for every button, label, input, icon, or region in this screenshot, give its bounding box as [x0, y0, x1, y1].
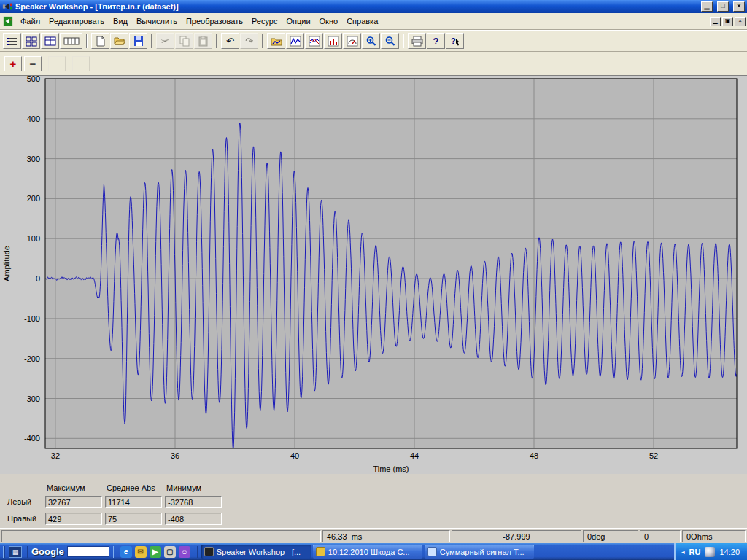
redo-button[interactable]: ↷	[240, 33, 258, 49]
taskbar-grip[interactable]	[113, 546, 115, 558]
language-indicator[interactable]: RU	[689, 548, 701, 556]
svg-text:-400: -400	[24, 434, 40, 443]
zoom-in-button[interactable]	[362, 33, 380, 49]
zoom-out-button[interactable]	[381, 33, 399, 49]
svg-text:0: 0	[36, 274, 40, 283]
stats-row-label-2: Правый	[6, 514, 42, 523]
svg-text:48: 48	[530, 451, 538, 460]
remove-point-button[interactable]: −	[24, 56, 42, 71]
svg-text:300: 300	[27, 155, 40, 163]
taskbar-button-3[interactable]: Суммарный сигнал Т...	[425, 545, 534, 559]
messenger-icon[interactable]: ☺	[179, 546, 190, 558]
stats-header-1: Максимум	[45, 483, 102, 492]
tray-chevron-icon[interactable]: ◂	[681, 548, 685, 556]
taskbar-grip[interactable]	[3, 546, 5, 558]
chart-line-button[interactable]	[286, 33, 304, 49]
task-button-icon	[316, 547, 325, 556]
toolbar-separator	[216, 34, 217, 48]
media-player-icon[interactable]: ▶	[150, 546, 161, 558]
svg-text:?: ?	[451, 36, 456, 45]
waveform-plot: 5004003002001000-100-200-300-40032364044…	[0, 76, 747, 474]
disabled-button	[48, 56, 66, 71]
taskbar-button-2[interactable]: 10.12.2010 Шкода С...	[313, 545, 422, 559]
quick-launch: e ✉ ▶ ▢ ☺	[120, 546, 190, 558]
copy-button[interactable]	[175, 33, 193, 49]
svg-text:400: 400	[27, 114, 40, 123]
print-button[interactable]	[408, 33, 426, 49]
status-field-1	[1, 530, 321, 542]
add-point-button[interactable]: +	[4, 56, 22, 71]
view-table-button[interactable]	[41, 33, 59, 49]
menu-item-3[interactable]: Вид	[109, 15, 132, 28]
stats-table: МаксимумСреднее AbsМинимумЛевый327671171…	[6, 478, 747, 526]
menu-item-5[interactable]: Преобразовать	[182, 15, 247, 28]
title-bar: Speaker Workshop - [Твитер.in.r (dataset…	[0, 0, 747, 13]
menu-items: ФайлРедактироватьВидВычислитьПреобразова…	[16, 15, 382, 28]
stats-value-r1-c3: -32768	[165, 496, 222, 508]
view-keys-button[interactable]	[60, 33, 82, 49]
window-title: Speaker Workshop - [Твитер.in.r (dataset…	[15, 2, 697, 11]
import-chart-button[interactable]	[267, 33, 285, 49]
main-toolbar: ✂ ↶ ↷ ? ?	[0, 30, 747, 52]
mdi-minimize-button[interactable]: ▁	[710, 17, 721, 26]
svg-text:500: 500	[27, 76, 40, 83]
menu-item-8[interactable]: Окно	[315, 15, 343, 28]
stats-value-r1-c2: 11714	[105, 496, 162, 508]
chart-bars-button[interactable]	[324, 33, 342, 49]
svg-text:100: 100	[27, 234, 40, 243]
maximize-button[interactable]: □	[717, 1, 729, 12]
task-button-label: Суммарный сигнал Т...	[440, 548, 525, 556]
svg-text:-300: -300	[24, 394, 40, 403]
menu-item-9[interactable]: Справка	[342, 15, 382, 28]
show-desktop-icon[interactable]: ▢	[164, 546, 176, 558]
open-file-button[interactable]	[110, 33, 128, 49]
mail-icon[interactable]: ✉	[135, 546, 147, 558]
redo-icon: ↷	[245, 36, 253, 46]
meter-button[interactable]	[343, 33, 361, 49]
toolbar-separator	[86, 34, 88, 48]
chart-multi-button[interactable]	[305, 33, 323, 49]
status-field-4: 0deg	[583, 530, 638, 542]
status-field-3: -87.999	[452, 530, 581, 542]
svg-text:Time (ms): Time (ms)	[373, 464, 409, 473]
edit-toolbar: + −	[0, 52, 747, 75]
save-button[interactable]	[129, 33, 147, 49]
desktop-toolbar-icon[interactable]: ▦	[9, 546, 22, 558]
google-search-input[interactable]	[67, 546, 109, 557]
menu-item-2[interactable]: Редактировать	[44, 15, 109, 28]
internet-explorer-icon[interactable]: e	[120, 546, 132, 558]
minimize-button[interactable]: ▁	[701, 1, 713, 12]
view-summary-button[interactable]	[3, 33, 21, 49]
menu-item-1[interactable]: Файл	[16, 15, 44, 28]
toolbar-separator	[403, 34, 404, 48]
mdi-restore-button[interactable]: ▣	[722, 17, 733, 26]
new-file-button[interactable]	[91, 33, 109, 49]
svg-text:-200: -200	[24, 354, 40, 363]
taskbar: ▦ Google e ✉ ▶ ▢ ☺ Speaker Workshop - [.…	[0, 543, 747, 560]
paste-button[interactable]	[194, 33, 212, 49]
document-icon	[3, 16, 13, 26]
google-deskbar: Google	[31, 546, 109, 557]
context-help-button[interactable]: ?	[446, 33, 464, 49]
stats-value-r2-c3: -408	[165, 513, 222, 525]
taskbar-grip[interactable]	[26, 546, 28, 558]
taskbar-button-1[interactable]: Speaker Workshop - [...	[201, 545, 311, 559]
task-button-label: 10.12.2010 Шкода С...	[328, 548, 410, 556]
svg-text:52: 52	[649, 451, 658, 460]
menu-item-6[interactable]: Ресурс	[247, 15, 282, 28]
undo-button[interactable]: ↶	[221, 33, 239, 49]
menu-item-7[interactable]: Опции	[282, 15, 314, 28]
menu-item-4[interactable]: Вычислить	[132, 15, 182, 28]
taskbar-grip[interactable]	[196, 546, 198, 558]
waveform-chart[interactable]: 5004003002001000-100-200-300-40032364044…	[0, 75, 747, 473]
close-button[interactable]: ×	[733, 1, 745, 12]
stats-value-r2-c2: 75	[105, 513, 162, 525]
volume-tray-icon[interactable]	[705, 547, 715, 557]
about-button[interactable]: ?	[427, 33, 445, 49]
status-bar: 46.33 ms-87.9990deg00Ohms	[0, 528, 747, 543]
cut-button[interactable]: ✂	[156, 33, 174, 49]
undo-icon: ↶	[226, 36, 234, 46]
mdi-close-button[interactable]: ×	[735, 17, 746, 26]
stats-header-2: Среднее Abs	[105, 483, 162, 492]
view-grid-button[interactable]	[22, 33, 40, 49]
